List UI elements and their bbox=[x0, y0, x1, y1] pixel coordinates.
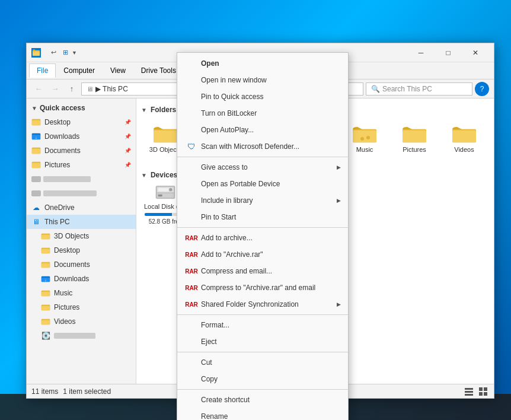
title-bar-controls: ─ □ ✕ bbox=[407, 43, 489, 62]
cm-include-library[interactable]: Include in library bbox=[177, 192, 348, 209]
sidebar-documents-label: Documents bbox=[44, 147, 81, 155]
sidebar-item-localdisk[interactable]: 💽 bbox=[27, 329, 136, 343]
cm-pin-quick-label: Pin to Quick access bbox=[201, 93, 263, 101]
sidebar-documents2-label: Documents bbox=[54, 260, 90, 269]
cm-scan[interactable]: 🛡 Scan with Microsoft Defender... bbox=[177, 138, 348, 155]
cm-open-new-window-label: Open in new window bbox=[201, 76, 267, 84]
winrar-icon-1: RAR bbox=[187, 233, 196, 243]
pin-start-icon bbox=[187, 212, 196, 222]
pictures2-icon bbox=[41, 303, 50, 312]
svg-rect-55 bbox=[465, 388, 473, 390]
explorer-icon bbox=[31, 48, 41, 58]
cm-eject[interactable]: Eject bbox=[177, 333, 348, 350]
svg-rect-56 bbox=[465, 391, 473, 393]
svg-text:↓: ↓ bbox=[44, 278, 47, 282]
svg-rect-14 bbox=[41, 249, 50, 253]
sidebar: ▼ Quick access Desktop 📌 ↓ Downloads 📌 bbox=[27, 98, 136, 384]
give-access-icon bbox=[187, 163, 196, 172]
tab-file[interactable]: File bbox=[29, 63, 56, 78]
sidebar-item-3dobjects[interactable]: 3D Objects bbox=[27, 229, 136, 243]
sidebar-item-pictures[interactable]: Pictures 📌 bbox=[27, 158, 136, 172]
sidebar-item-blurred2[interactable] bbox=[27, 186, 136, 201]
cm-add-archive[interactable]: RAR Add to archive... bbox=[177, 230, 348, 246]
videos-icon bbox=[41, 317, 50, 326]
sidebar-item-desktop[interactable]: Desktop 📌 bbox=[27, 115, 136, 129]
sidebar-item-pictures2[interactable]: Pictures bbox=[27, 300, 136, 314]
cm-add-archive-rar[interactable]: RAR Add to "Archive.rar" bbox=[177, 246, 348, 263]
winrar-icon-5: RAR bbox=[187, 300, 196, 309]
undo-btn[interactable]: ↩ bbox=[48, 47, 59, 58]
open-new-window-icon bbox=[187, 75, 196, 85]
cm-open[interactable]: Open bbox=[177, 55, 348, 72]
cm-compress-email-label: Compress and email... bbox=[201, 267, 272, 275]
sidebar-onedrive-label: OneDrive bbox=[44, 203, 75, 212]
sidebar-item-onedrive[interactable]: ☁ OneDrive bbox=[27, 201, 136, 215]
sidebar-desktop-label: Desktop bbox=[44, 118, 71, 126]
blurred-localdisk bbox=[54, 333, 95, 339]
sidebar-item-desktop2[interactable]: Desktop bbox=[27, 243, 136, 257]
tab-view[interactable]: View bbox=[103, 63, 133, 78]
folder-icon-nav: 🖥 bbox=[87, 85, 93, 93]
localdisk-progress-fill bbox=[145, 213, 172, 216]
music-icon bbox=[41, 288, 50, 298]
sidebar-item-downloads[interactable]: ↓ Downloads 📌 bbox=[27, 129, 136, 144]
tab-computer[interactable]: Computer bbox=[56, 63, 103, 78]
sidebar-item-videos[interactable]: Videos bbox=[27, 314, 136, 329]
portable-icon bbox=[187, 179, 196, 189]
folder-pictures[interactable]: Pictures bbox=[390, 116, 439, 161]
cm-bitlocker[interactable]: Turn on BitLocker bbox=[177, 105, 348, 122]
cm-open-new-window[interactable]: Open in new window bbox=[177, 72, 348, 88]
copy-icon bbox=[187, 374, 196, 384]
minimize-button[interactable]: ─ bbox=[407, 43, 435, 62]
list-view-button[interactable] bbox=[463, 386, 475, 397]
sidebar-item-downloads2[interactable]: ↓ Downloads bbox=[27, 272, 136, 286]
selected-count: 1 item selected bbox=[63, 387, 111, 396]
downloads2-icon: ↓ bbox=[41, 274, 50, 284]
help-button[interactable]: ? bbox=[475, 82, 489, 96]
cm-copy[interactable]: Copy bbox=[177, 371, 348, 387]
dropdown-arrow[interactable]: ▼ bbox=[72, 50, 77, 56]
svg-rect-23 bbox=[41, 306, 50, 310]
up-button[interactable]: ↑ bbox=[65, 82, 79, 96]
context-menu: Open Open in new window Pin to Quick acc… bbox=[177, 52, 349, 420]
cm-copy-label: Copy bbox=[201, 375, 218, 383]
svg-rect-21 bbox=[41, 292, 50, 296]
maximize-button[interactable]: □ bbox=[435, 43, 462, 62]
downloads-icon: ↓ bbox=[31, 132, 41, 141]
cm-give-access[interactable]: Give access to bbox=[177, 159, 348, 176]
sidebar-item-documents2[interactable]: Documents bbox=[27, 257, 136, 272]
search-placeholder: Search This PC bbox=[382, 85, 432, 93]
grid-view-button[interactable] bbox=[477, 386, 489, 397]
cm-pin-start[interactable]: Pin to Start bbox=[177, 209, 348, 225]
quick-access-label: Quick access bbox=[40, 104, 85, 112]
cm-compress-email[interactable]: RAR Compress and email... bbox=[177, 263, 348, 279]
cm-autoplay[interactable]: Open AutoPlay... bbox=[177, 122, 348, 138]
sidebar-item-music[interactable]: Music bbox=[27, 286, 136, 300]
forward-button[interactable]: → bbox=[48, 82, 62, 96]
folder-videos[interactable]: Videos bbox=[440, 116, 488, 161]
blurred-label-1 bbox=[43, 176, 91, 182]
svg-rect-44 bbox=[452, 131, 476, 142]
cm-eject-label: Eject bbox=[201, 338, 217, 346]
sidebar-item-blurred1[interactable] bbox=[27, 172, 136, 186]
cm-cut[interactable]: Cut bbox=[177, 354, 348, 371]
cm-create-shortcut[interactable]: Create shortcut bbox=[177, 392, 348, 408]
folder-videos-label: Videos bbox=[454, 146, 474, 153]
cm-compress-rar-email[interactable]: RAR Compress to "Archive.rar" and email bbox=[177, 279, 348, 296]
cm-shared-sync[interactable]: RAR Shared Folder Synchronization bbox=[177, 296, 348, 313]
cm-rename[interactable]: Rename bbox=[177, 408, 348, 420]
sidebar-item-documents[interactable]: Documents 📌 bbox=[27, 144, 136, 158]
search-bar[interactable]: 🔍 Search This PC bbox=[366, 82, 472, 96]
close-button[interactable]: ✕ bbox=[462, 43, 489, 62]
quick-access-section[interactable]: ▼ Quick access bbox=[27, 101, 136, 115]
cm-portable[interactable]: Open as Portable Device bbox=[177, 176, 348, 192]
svg-rect-16 bbox=[41, 263, 50, 268]
sidebar-pictures2-label: Pictures bbox=[54, 303, 79, 311]
sidebar-item-thispc[interactable]: 🖥 This PC bbox=[27, 215, 136, 229]
properties-btn[interactable]: ⊞ bbox=[60, 47, 71, 58]
svg-rect-58 bbox=[479, 387, 483, 391]
back-button[interactable]: ← bbox=[31, 82, 46, 96]
svg-rect-10 bbox=[32, 163, 40, 168]
cm-pin-quick[interactable]: Pin to Quick access bbox=[177, 88, 348, 105]
cm-format[interactable]: Format... bbox=[177, 317, 348, 333]
